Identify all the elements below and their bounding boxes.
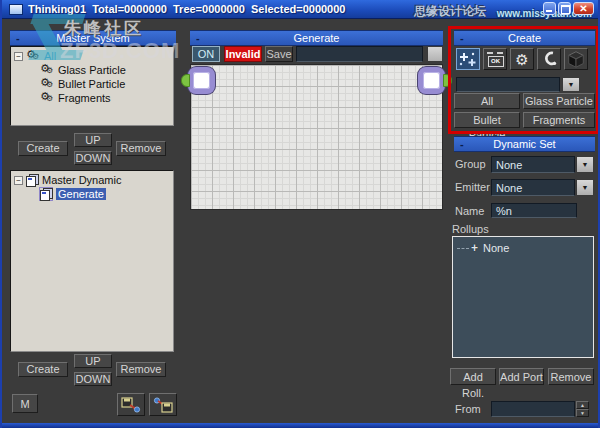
create-target-fragments-button[interactable]: Fragments xyxy=(523,112,595,128)
watermark-forum-name: 思缘设计论坛 xyxy=(414,3,486,20)
collapse-icon[interactable]: - xyxy=(196,31,200,45)
group-dropdown-arrow[interactable]: ▼ xyxy=(576,156,594,173)
tree-item-label[interactable]: Glass Particle xyxy=(58,64,126,76)
emitter-dropdown[interactable]: None xyxy=(491,179,575,196)
m-button[interactable]: M xyxy=(12,394,38,413)
ok-dialog-icon: OK xyxy=(487,52,504,66)
particles-plus-icon xyxy=(458,50,478,68)
dynamic-set-icon xyxy=(26,174,38,186)
master-system-create-button[interactable]: Create xyxy=(18,141,68,156)
output-port-node[interactable] xyxy=(418,67,445,94)
tree-expand-icon[interactable]: − xyxy=(14,176,23,185)
name-input[interactable]: %n xyxy=(491,203,577,218)
master-system-tree[interactable]: − ⚙⚙ All ⚙⚙ Glass Particle ⚙⚙ Bullet Par… xyxy=(10,46,174,126)
add-port-button[interactable]: Add Port xyxy=(499,368,544,385)
master-system-remove-button[interactable]: Remove xyxy=(116,141,166,156)
rollups-list[interactable]: + None xyxy=(452,236,594,358)
chevron-down-icon: ▼ xyxy=(568,81,575,88)
window-frame-bottom xyxy=(2,423,598,428)
port-connector-dot[interactable] xyxy=(181,74,190,87)
generate-panel-header[interactable]: - Generate xyxy=(190,30,443,46)
spinner-down-icon[interactable]: ▼ xyxy=(576,409,589,417)
master-dynamic-tree[interactable]: − Master Dynamic Generate xyxy=(10,170,174,352)
rollup-item-label[interactable]: None xyxy=(483,242,509,254)
master-system-header[interactable]: - Master System xyxy=(10,30,176,46)
collapse-icon[interactable]: - xyxy=(460,31,464,45)
minimize-icon xyxy=(546,10,552,12)
from-label: From xyxy=(455,403,481,415)
minimize-button[interactable] xyxy=(543,2,556,15)
invalid-status-button[interactable]: Invalid xyxy=(224,46,262,62)
generate-panel-title: Generate xyxy=(294,32,340,44)
create-geometry-icon-button[interactable] xyxy=(564,48,588,70)
schematic-grid[interactable] xyxy=(190,64,443,210)
collapse-icon[interactable]: - xyxy=(16,31,20,45)
tree-item-label[interactable]: Bullet Particle xyxy=(58,78,125,90)
from-spinner[interactable]: ▲ ▼ xyxy=(576,401,589,417)
title-bar[interactable]: Thinking01 Total=0000000 Tree=0000000 Se… xyxy=(2,0,598,19)
dynamic-set-title: Dynamic Set xyxy=(493,138,555,150)
on-toggle-button[interactable]: ON xyxy=(192,46,220,62)
master-dynamic-create-button[interactable]: Create xyxy=(18,362,68,377)
name-label: Name xyxy=(455,205,484,217)
create-target-all-button[interactable]: All xyxy=(454,93,520,109)
save-dynamics-button[interactable] xyxy=(117,393,145,416)
create-panel-header[interactable]: - Create xyxy=(454,30,595,46)
create-helper-icon-button[interactable] xyxy=(537,48,561,70)
tree-item-generate[interactable]: Generate xyxy=(14,187,173,201)
load-dynamics-button[interactable] xyxy=(149,393,177,416)
tree-item-label-selected[interactable]: Generate xyxy=(56,188,106,200)
tree-item-glass-particle[interactable]: ⚙⚙ Glass Particle xyxy=(14,63,173,77)
cube-icon xyxy=(565,49,587,69)
emitter-label: Emitter xyxy=(455,181,490,193)
floppy-import-icon xyxy=(153,397,173,413)
master-dynamic-up-button[interactable]: UP xyxy=(74,354,112,368)
tree-item-bullet-particle[interactable]: ⚙⚙ Bullet Particle xyxy=(14,77,173,91)
master-system-title: Master System xyxy=(56,32,129,44)
input-port-node[interactable] xyxy=(188,67,215,94)
create-target-bullet-particle-button[interactable]: Bullet Particle xyxy=(454,112,520,128)
spinner-up-icon[interactable]: ▲ xyxy=(576,401,589,409)
close-button[interactable]: ✕ xyxy=(573,2,594,15)
collapse-icon[interactable]: - xyxy=(460,137,464,151)
dynamic-set-name-input[interactable] xyxy=(296,46,423,62)
particle-group-icon: ⚙⚙ xyxy=(26,50,41,63)
from-input[interactable] xyxy=(491,401,575,417)
tree-expand-icon[interactable]: − xyxy=(14,52,23,61)
create-panel-title: Create xyxy=(508,32,541,44)
rollups-label: Rollups xyxy=(452,223,489,235)
create-operator-icon-button[interactable]: ⚙ xyxy=(510,48,534,70)
add-rollup-button[interactable]: Add Roll. xyxy=(450,368,496,385)
master-dynamic-remove-button[interactable]: Remove xyxy=(116,362,166,377)
master-system-up-button[interactable]: UP xyxy=(74,133,112,147)
wire-color-button[interactable] xyxy=(427,46,443,62)
create-dialog-icon-button[interactable]: OK xyxy=(483,48,507,70)
tree-item-all[interactable]: − ⚙⚙ All xyxy=(14,49,173,63)
save-button[interactable]: Save xyxy=(265,46,293,62)
dynamic-set-header[interactable]: - Dynamic Set xyxy=(454,136,595,152)
emitter-dropdown-arrow[interactable]: ▼ xyxy=(576,179,594,196)
port-connector-dot[interactable] xyxy=(443,74,452,87)
tree-item-fragments[interactable]: ⚙⚙ Fragments xyxy=(14,91,173,105)
close-icon: ✕ xyxy=(574,3,593,15)
tree-item-label[interactable]: Master Dynamic xyxy=(42,174,121,186)
thinking-particles-window: Thinking01 Total=0000000 Tree=0000000 Se… xyxy=(0,0,600,428)
create-particles-icon-button[interactable] xyxy=(456,48,480,70)
tree-item-label[interactable]: All xyxy=(44,50,56,62)
tree-branch-line xyxy=(457,248,469,249)
master-system-down-button[interactable]: DOWN xyxy=(74,151,112,165)
create-target-glass-particle-button[interactable]: Glass Particle xyxy=(523,93,595,109)
create-type-dropdown-arrow[interactable]: ▼ xyxy=(562,77,580,92)
remove-rollup-button[interactable]: Remove xyxy=(548,368,594,385)
tree-item-master-dynamic[interactable]: − Master Dynamic xyxy=(14,173,173,187)
create-type-dropdown[interactable] xyxy=(456,77,560,92)
master-dynamic-down-button[interactable]: DOWN xyxy=(74,372,112,386)
maximize-button[interactable] xyxy=(558,2,571,15)
group-label: Group xyxy=(455,158,486,170)
tree-item-label[interactable]: Fragments xyxy=(58,92,111,104)
group-dropdown[interactable]: None xyxy=(491,156,575,173)
rollup-node-icon: + xyxy=(471,241,478,255)
gear-icon: ⚙ xyxy=(515,52,528,67)
rollup-item-none[interactable]: + None xyxy=(457,241,593,255)
window-title: Thinking01 Total=0000000 Tree=0000000 Se… xyxy=(28,3,345,15)
